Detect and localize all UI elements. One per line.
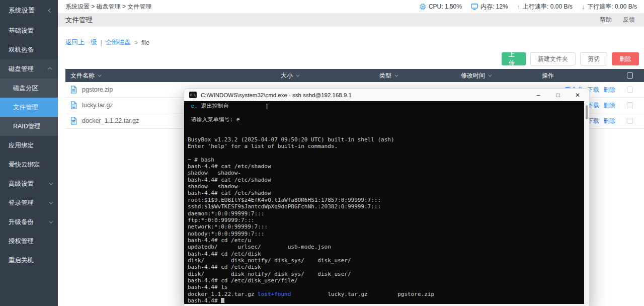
sidebar-item-升级备份[interactable]: 升级备份 (0, 212, 58, 232)
terminal-line: docker_1.1.22.tar.gz lost+found lucky.ta… (188, 291, 584, 297)
op-link-删除[interactable]: 删除 (603, 86, 615, 94)
upload-button[interactable]: 上传 (502, 52, 526, 65)
terminal-line: disk/ disk_notify/ disk_sys/ disk_user/ (188, 257, 584, 264)
up-arrow-icon: ↑ (517, 3, 521, 11)
terminal-line: root:$1$9.EU8ItY$z4EfK4vQ.tIaWfa8OR6HS1:… (188, 197, 584, 203)
help-link[interactable]: 帮助 (600, 16, 612, 24)
terminal-line: bash-4.4# cat /etc/shadow (188, 190, 584, 196)
op-link-删除[interactable]: 删除 (603, 101, 615, 110)
sidebar-item-文件管理[interactable]: 文件管理 (0, 98, 58, 117)
column-header-操作: 操作 (542, 71, 554, 80)
op-link-删除[interactable]: 删除 (603, 117, 615, 125)
file-name: pgstore.zip (82, 86, 113, 93)
sidebar-item-磁盘分区[interactable]: 磁盘分区 (0, 79, 58, 98)
terminal-line (188, 129, 584, 136)
sidebar-item-登录管理[interactable]: 登录管理 (0, 193, 58, 212)
file-icon (70, 101, 77, 109)
row-checkbox[interactable] (627, 87, 633, 93)
top-bar: 系统设置 > 磁盘管理 > 文件管理 CPU: 1.50%内存: 12%↑上行速… (58, 0, 644, 13)
sort-chevron-icon (488, 73, 492, 76)
file-name: docker_1.1.22.tar.gz (82, 117, 139, 124)
close-button[interactable]: ✕ (574, 92, 581, 99)
sidebar-item-label: 重启关机 (9, 256, 34, 265)
sidebar-item-label: 基础设置 (9, 27, 34, 35)
cpu-icon (420, 4, 426, 10)
sidebar-item-label: 登录管理 (9, 199, 34, 207)
stat-label: 下行速率: 0.00 B/s (587, 3, 637, 11)
chevron-up-icon (48, 67, 52, 71)
sidebar-item-应用绑定[interactable]: 应用绑定 (0, 136, 58, 155)
chevron-down-icon (49, 219, 53, 223)
sidebar-title: 系统设置 (9, 6, 35, 15)
terminal-line: nobody:*:0:0:99999:7::: (188, 231, 584, 237)
terminal-line: bash-4.4# cd /etc/disk_user/file/ (188, 277, 584, 284)
sidebar-item-label: 授权管理 (9, 237, 34, 246)
stat-cpu: CPU: 1.50% (420, 3, 462, 10)
column-header-修改时间[interactable]: 修改时间 (461, 71, 542, 80)
column-header-大小[interactable]: 大小 (281, 71, 379, 80)
chevron-down-icon (49, 181, 53, 185)
back-link[interactable]: 返回上一级 (65, 38, 97, 47)
terminal-title: C:\WINDOWS\system32\cmd.exe - ssh sshd@1… (201, 92, 531, 98)
sidebar-item-爱快云绑定[interactable]: 爱快云绑定 (0, 155, 58, 174)
minimize-button[interactable]: – (535, 92, 542, 99)
terminal-line (188, 109, 584, 116)
cut-button[interactable]: 剪切 (580, 52, 607, 65)
sidebar-item-基础设置[interactable]: 基础设置 (0, 21, 58, 40)
column-header-文件名称[interactable]: 文件名称 (70, 71, 100, 80)
down-arrow-icon: ↓ (582, 3, 585, 11)
terminal-line: network:*:0:0:99999:7::: (188, 223, 584, 230)
stat-label: 内存: 12% (480, 3, 508, 11)
select-all-checkbox[interactable] (627, 72, 633, 79)
terminal-line: bash-4.4# cd /etc/disk (188, 251, 584, 257)
page-title: 文件管理 (65, 16, 93, 25)
sidebar-item-RAID管理[interactable]: RAID管理 (0, 117, 58, 136)
column-header-label: 修改时间 (461, 71, 485, 80)
sidebar-item-高级设置[interactable]: 高级设置 (0, 174, 58, 193)
all-disks-link[interactable]: 全部磁盘 (106, 38, 131, 47)
terminal-output[interactable]: e. 退出控制台 | 请输入菜单编号: e BusyBox v1.23.2 (2… (184, 101, 584, 304)
column-header-label: 类型 (379, 71, 391, 80)
terminal-window: C:\ C:\WINDOWS\system32\cmd.exe - ssh ss… (184, 88, 590, 306)
terminal-line: daemon:*:0:0:99999:7::: (188, 210, 584, 217)
file-icon (70, 86, 77, 94)
terminal-line: bash-4.4# (188, 297, 584, 304)
terminal-line: disk/ disk_notify/ disk_sys/ disk_user/ (188, 271, 584, 277)
terminal-line: sshd:$1$WvTKESF9$JantcdWpXq9doPBGFchNh.:… (188, 203, 584, 210)
sidebar-item-授权管理[interactable]: 授权管理 (0, 232, 58, 251)
sidebar-item-label: 应用绑定 (9, 141, 34, 150)
delete-button[interactable]: 删除 (612, 52, 639, 65)
chevron-down-icon (49, 200, 53, 204)
sidebar: 系统设置 基础设置双机热备磁盘管理磁盘分区文件管理RAID管理应用绑定爱快云绑定… (0, 0, 58, 306)
column-header-label: 文件名称 (70, 71, 95, 80)
sidebar-item-重启关机[interactable]: 重启关机 (0, 251, 58, 270)
terminal-cursor-block (221, 298, 224, 303)
column-header-label: 操作 (542, 71, 554, 80)
breadcrumb[interactable]: 系统设置 > 磁盘管理 > 文件管理 (65, 3, 151, 11)
row-checkbox[interactable] (627, 118, 633, 124)
sort-chevron-icon (98, 73, 101, 76)
file-icon (70, 117, 77, 125)
terminal-line: bash-4.4# cd /etc/disk (188, 264, 584, 270)
terminal-scrollbar-thumb[interactable] (586, 105, 588, 119)
terminal-line: 请输入菜单编号: e (188, 116, 584, 123)
column-header-类型[interactable]: 类型 (379, 71, 461, 80)
terminal-line: shadow shadow- (188, 170, 584, 176)
maximize-button[interactable]: □ (554, 92, 561, 99)
sidebar-item-label: 升级备份 (9, 218, 34, 226)
feedback-link[interactable]: 反馈 (623, 16, 635, 24)
new-folder-button[interactable]: 新建文件夹 (530, 52, 576, 65)
sidebar-item-label: 双机热备 (9, 46, 34, 54)
terminal-title-bar[interactable]: C:\ C:\WINDOWS\system32\cmd.exe - ssh ss… (184, 89, 589, 101)
terminal-line (188, 123, 584, 129)
current-folder: file (141, 39, 149, 46)
terminal-line: e. 退出控制台 | (188, 103, 584, 109)
sidebar-item-label: 文件管理 (13, 103, 38, 112)
row-checkbox[interactable] (627, 102, 633, 108)
sidebar-item-双机热备[interactable]: 双机热备 (0, 40, 58, 59)
path-separator: | (101, 39, 102, 46)
sort-chevron-icon (394, 73, 398, 76)
sidebar-header[interactable]: 系统设置 (0, 0, 58, 21)
sidebar-item-磁盘管理[interactable]: 磁盘管理 (0, 59, 58, 79)
toolbar: 上传 新建文件夹 剪切 删除 (502, 52, 639, 65)
